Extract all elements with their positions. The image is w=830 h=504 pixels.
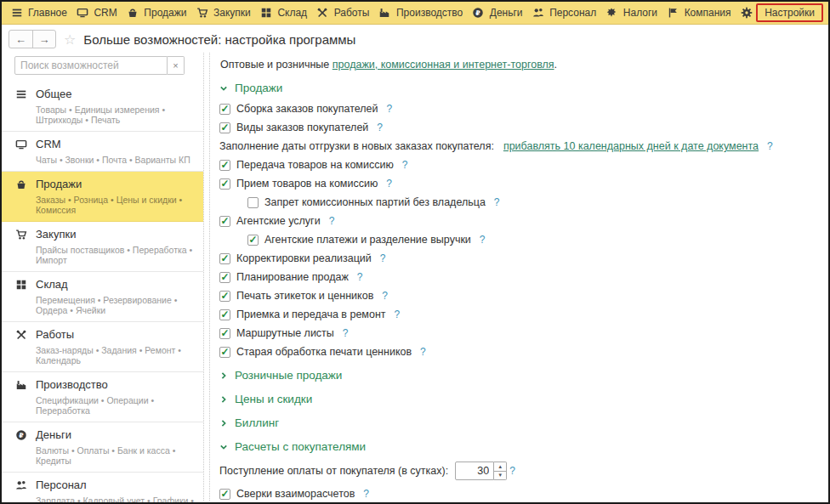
help-icon[interactable]: ? <box>329 215 335 227</box>
checkbox-label[interactable]: Запрет комиссионных партий без владельца <box>264 196 486 208</box>
checkbox[interactable]: ✓ <box>219 253 230 264</box>
menu-item-label: Персонал <box>549 7 596 19</box>
section-header[interactable]: Розничные продажи <box>219 369 820 382</box>
checkbox-label[interactable]: Старая обработка печати ценников <box>236 346 412 358</box>
checkbox-row: ✓Планирование продаж? <box>219 271 820 283</box>
help-icon[interactable]: ? <box>343 327 349 339</box>
spinner-down-button[interactable]: ▼ <box>494 471 506 480</box>
sidebar-item-crm[interactable]: CRM <box>14 136 198 152</box>
sidebar-item-sublinks[interactable]: Прайсы поставщиков • Переработка • Импор… <box>36 245 198 265</box>
sidebar-item-sublinks[interactable]: Товары • Единицы измерения • Штрихкоды •… <box>36 105 198 125</box>
menu-item-crm[interactable]: CRM <box>76 7 117 20</box>
flag-icon <box>667 7 679 20</box>
factory-icon <box>378 7 391 20</box>
sidebar-item-staff[interactable]: Персонал <box>14 477 198 493</box>
checkbox-label[interactable]: Передача товаров на комиссию <box>236 159 394 171</box>
checkbox-row: ✓Передача товаров на комиссию? <box>219 159 820 171</box>
checkbox-label[interactable]: Печать этикеток и ценников <box>236 290 373 302</box>
menu-item-purchases[interactable]: Закупки <box>196 7 251 20</box>
menu-item-label: Работы <box>334 7 370 19</box>
menu-item-settings[interactable]: Настройки <box>740 5 816 20</box>
menu-item-money[interactable]: ₽Деньги <box>472 7 523 20</box>
search-input[interactable] <box>14 56 168 75</box>
spinner-up-button[interactable]: ▲ <box>494 462 506 471</box>
menu-item-production[interactable]: Производство <box>378 7 463 20</box>
checkbox[interactable]: ✓ <box>219 328 230 339</box>
sidebar-item-sublinks[interactable]: Заказ-наряды • Задания • Ремонт • Календ… <box>36 345 198 365</box>
forward-button[interactable]: → <box>32 31 55 48</box>
search-clear-button[interactable]: × <box>168 56 185 75</box>
menu-item-staff[interactable]: Персонал <box>532 7 596 20</box>
help-icon[interactable]: ? <box>380 252 386 264</box>
checkbox[interactable]: ✓ <box>219 104 230 115</box>
section-header[interactable]: Цены и скидки <box>219 393 820 405</box>
back-button[interactable]: ← <box>9 31 32 48</box>
help-icon[interactable]: ? <box>509 465 515 477</box>
sidebar-item-production[interactable]: Производство <box>14 377 198 393</box>
checkbox[interactable]: ✓ <box>219 291 230 302</box>
menu-item-main[interactable]: Главное <box>10 7 67 20</box>
help-icon[interactable]: ? <box>357 271 363 283</box>
help-icon[interactable]: ? <box>402 159 408 171</box>
menu-item-works[interactable]: Работы <box>316 7 370 20</box>
sidebar-item-works[interactable]: Работы <box>14 326 198 343</box>
checkbox[interactable]: ✓ <box>219 178 230 190</box>
help-icon[interactable]: ? <box>480 234 486 246</box>
checkbox[interactable]: ✓ <box>219 309 230 320</box>
section-header[interactable]: Биллинг <box>219 416 820 429</box>
checkbox-label[interactable]: Маршрутные листы <box>236 327 334 339</box>
checkbox[interactable]: ✓ <box>219 216 230 227</box>
section-header[interactable]: Расчеты с покупателями <box>219 440 820 453</box>
menu-item-sales[interactable]: Продажи <box>126 7 186 20</box>
sidebar-item-sublinks[interactable]: Чаты • Звонки • Почта • Варианты КП <box>36 155 198 165</box>
section-header[interactable]: Продажи <box>219 82 820 94</box>
checkbox[interactable]: ✓ <box>219 347 230 358</box>
checkbox-label[interactable]: Агентские услуги <box>236 215 321 227</box>
help-icon[interactable]: ? <box>494 196 500 208</box>
intro-suffix: . <box>554 59 557 71</box>
help-icon[interactable]: ? <box>395 309 401 320</box>
sidebar-item-warehouse[interactable]: Склад <box>14 276 198 292</box>
menu-item-taxes[interactable]: Налоги <box>605 7 657 20</box>
checkbox-label[interactable]: Корректировки реализаций <box>236 252 372 264</box>
help-icon[interactable]: ? <box>767 140 773 152</box>
checkbox-label[interactable]: Сборка заказов покупателей <box>236 103 378 115</box>
checkbox-label[interactable]: Агентские платежи и разделение выручки <box>264 234 471 246</box>
grid-icon <box>259 7 272 20</box>
sidebar-item-sublinks[interactable]: Валюты • Оплаты • Банк и касса • Кредиты <box>36 445 198 466</box>
sidebar-item-general[interactable]: Общее <box>14 86 198 102</box>
checkbox[interactable]: ✓ <box>247 235 259 246</box>
checkbox-label[interactable]: Приемка и передача в ремонт <box>236 309 386 320</box>
help-icon[interactable]: ? <box>387 103 393 115</box>
checkbox[interactable]: ✓ <box>219 489 230 500</box>
favorite-star-icon[interactable]: ☆ <box>64 31 76 48</box>
sidebar-item-sublinks[interactable]: Спецификации • Операции • Переработка <box>36 395 198 416</box>
checkbox[interactable] <box>247 197 259 208</box>
setting-link[interactable]: прибавлять 10 календарных дней к дате до… <box>503 140 759 152</box>
checkbox[interactable]: ✓ <box>219 272 230 283</box>
help-icon[interactable]: ? <box>363 488 369 500</box>
help-icon[interactable]: ? <box>377 122 383 133</box>
sidebar-item-money[interactable]: ₽Деньги <box>14 427 198 443</box>
help-icon[interactable]: ? <box>386 178 392 190</box>
sidebar-item-sublinks[interactable]: Перемещения • Резервирование • Ордера • … <box>36 295 198 315</box>
help-icon[interactable]: ? <box>382 290 388 302</box>
checkbox-label[interactable]: Виды заказов покупателей <box>236 122 368 133</box>
help-icon[interactable]: ? <box>420 346 426 358</box>
menu-item-company[interactable]: Компания <box>667 7 731 20</box>
intro-link[interactable]: продажи, комиссионная и интернет-торговл… <box>333 59 554 71</box>
checkbox-label[interactable]: Планирование продаж <box>236 271 349 283</box>
sidebar-item-sublinks[interactable]: Зарплата • Кадровый учет • Графики • НДФ… <box>36 496 198 504</box>
checkbox[interactable]: ✓ <box>219 122 230 133</box>
days-input[interactable] <box>455 462 494 480</box>
hamburger-icon <box>10 7 23 20</box>
checkbox-label[interactable]: Сверки взаиморасчетов <box>236 488 355 500</box>
checkbox-label[interactable]: Прием товаров на комиссию <box>236 178 378 190</box>
sidebar-item-sales[interactable]: Продажи <box>14 176 198 192</box>
intro-text: Оптовые и розничные продажи, комиссионна… <box>220 59 820 71</box>
checkbox[interactable]: ✓ <box>219 160 230 171</box>
sidebar-item-purchases[interactable]: Закупки <box>14 226 198 242</box>
menu-item-warehouse[interactable]: Склад <box>259 7 307 20</box>
svg-text:₽: ₽ <box>476 9 481 17</box>
sidebar-item-sublinks[interactable]: Заказы • Розница • Цены и скидки • Комис… <box>36 195 198 215</box>
